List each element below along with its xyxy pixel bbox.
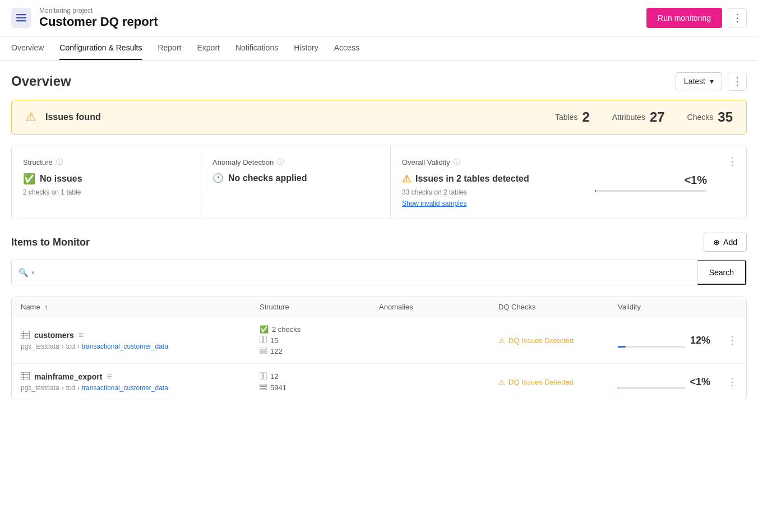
header-left: Monitoring project Customer DQ report (11, 7, 158, 29)
table-icon (21, 331, 30, 340)
tables-value: 2 (582, 109, 589, 125)
anomaly-category: Anomaly Detection ⓘ (212, 158, 379, 167)
tab-configuration-results[interactable]: Configuration & Results (59, 36, 142, 60)
anomaly-label: Anomaly Detection (212, 158, 274, 166)
tables-label: Tables (555, 113, 577, 122)
structure-cell: ✅ 2 checks 15 122 (260, 325, 379, 355)
issues-banner: ⚠ Issues found Tables 2 Attributes 27 Ch… (11, 100, 747, 135)
validity-progress-fill (595, 190, 596, 192)
page-title: Customer DQ report (39, 15, 158, 29)
attributes-label: Attributes (612, 113, 645, 122)
nav-tabs: Overview Configuration & Results Report … (0, 36, 758, 61)
row-menu-icon[interactable]: ≡ (107, 372, 112, 382)
anomaly-info-icon[interactable]: ⓘ (277, 158, 284, 167)
main-content: Overview Latest ▾ ⋮ ⚠ Issues found Table… (0, 61, 758, 411)
header-right: Run monitoring ⋮ (646, 8, 747, 28)
latest-label: Latest (684, 77, 705, 86)
items-title: Items to Monitor (11, 237, 90, 248)
structure-sub: 2 checks on 1 table (23, 188, 190, 196)
validity-percent-block: <1% (595, 174, 707, 192)
search-input-wrap: 🔍 ▾ (12, 260, 697, 285)
row-name-top: customers ≡ (21, 330, 260, 340)
chevron-down-icon[interactable]: ▾ (31, 269, 35, 276)
row-validity-bar-fill (618, 387, 618, 389)
row-kebab-button[interactable]: ⋮ (727, 376, 737, 388)
warning-icon: ⚠ (498, 336, 505, 345)
columns-icon (260, 372, 267, 381)
validity-status-label: Issues in 2 tables detected (415, 174, 529, 184)
warning-icon: ⚠ (498, 378, 505, 386)
tab-notifications[interactable]: Notifications (235, 36, 278, 60)
run-monitoring-button[interactable]: Run monitoring (646, 8, 722, 28)
warning-icon: ⚠ (25, 110, 36, 124)
tab-export[interactable]: Export (197, 36, 219, 60)
check-icon: ✅ (260, 325, 269, 334)
structure-checks-row: ✅ 2 checks (260, 325, 379, 334)
search-input[interactable] (38, 261, 691, 284)
tab-access[interactable]: Access (334, 36, 359, 60)
tables-stat: Tables 2 (555, 109, 590, 125)
row-table-name: mainframe_export (34, 372, 102, 381)
row-name-cell: mainframe_export ≡ pgs_testdata › tcd › … (21, 372, 260, 392)
validity-card: ⋮ Overall Validity ⓘ ⚠ Issues in 2 table… (391, 146, 746, 219)
row-name-top: mainframe_export ≡ (21, 372, 260, 382)
clock-icon: 🕐 (212, 173, 224, 183)
checks-stat: Checks 35 (687, 109, 733, 125)
validity-info-icon[interactable]: ⓘ (454, 158, 460, 167)
svg-rect-1 (16, 17, 26, 18)
validity-label: Overall Validity (402, 158, 450, 166)
validity-progress-bar (595, 190, 707, 192)
search-row: 🔍 ▾ Search (11, 260, 747, 285)
svg-rect-12 (21, 372, 30, 380)
menu-button[interactable] (11, 8, 31, 28)
attributes-stat: Attributes 27 (612, 109, 665, 125)
svg-rect-9 (260, 348, 267, 349)
status-cards: Structure ⓘ ✅ No issues 2 checks on 1 ta… (11, 146, 747, 219)
row-validity-pct: 12% (690, 335, 710, 346)
validity-percent: <1% (595, 174, 707, 187)
svg-rect-8 (264, 336, 266, 343)
structure-info-icon[interactable]: ⓘ (56, 158, 63, 167)
svg-rect-11 (260, 353, 267, 354)
rows-icon (260, 383, 267, 392)
search-button[interactable]: Search (697, 260, 746, 285)
add-button[interactable]: ⊕ Add (704, 233, 747, 252)
header-title-block: Monitoring project Customer DQ report (39, 7, 158, 29)
validity-kebab-button[interactable]: ⋮ (727, 155, 737, 168)
svg-rect-7 (260, 336, 262, 343)
tab-history[interactable]: History (294, 36, 318, 60)
rows-icon (260, 347, 267, 355)
row-menu-icon[interactable]: ≡ (78, 330, 84, 340)
row-kebab-button[interactable]: ⋮ (727, 334, 737, 346)
structure-status-label: No issues (40, 174, 82, 184)
anomaly-card: Anomaly Detection ⓘ 🕐 No checks applied (201, 146, 391, 219)
tab-overview[interactable]: Overview (11, 36, 44, 60)
checks-value: 35 (718, 109, 733, 125)
col-structure: Structure (260, 303, 379, 311)
latest-dropdown[interactable]: Latest ▾ (676, 72, 722, 90)
kebab-icon: ⋮ (732, 12, 742, 24)
row-path: pgs_testdata › tcd › transactional_custo… (21, 343, 260, 350)
anomaly-status: 🕐 No checks applied (212, 173, 379, 183)
svg-rect-16 (260, 372, 262, 380)
overview-kebab-button[interactable]: ⋮ (728, 72, 747, 91)
warning-triangle-icon: ⚠ (402, 173, 411, 185)
validity-category: Overall Validity ⓘ (402, 158, 735, 167)
breadcrumb: Monitoring project (39, 7, 158, 15)
validity-cell: 12% ⋮ (618, 334, 737, 348)
chevron-down-icon: ▾ (710, 77, 714, 86)
show-invalid-samples-link[interactable]: Show invalid samples (402, 200, 466, 207)
columns-row: 15 (260, 336, 379, 345)
columns-icon (260, 336, 267, 345)
svg-rect-18 (260, 384, 267, 386)
structure-cell: 12 5941 (260, 372, 379, 392)
dq-checks-cell: ⚠ DQ Issues Detected (498, 336, 618, 345)
add-label: Add (723, 238, 737, 247)
sort-icon[interactable]: ↑ (44, 303, 48, 311)
header-kebab-button[interactable]: ⋮ (728, 8, 747, 27)
overview-header: Overview Latest ▾ ⋮ (11, 72, 747, 91)
tab-report[interactable]: Report (158, 36, 181, 60)
row-validity-bar (618, 387, 685, 389)
row-validity-bar-fill (618, 346, 626, 348)
rows-row: 5941 (260, 383, 379, 392)
